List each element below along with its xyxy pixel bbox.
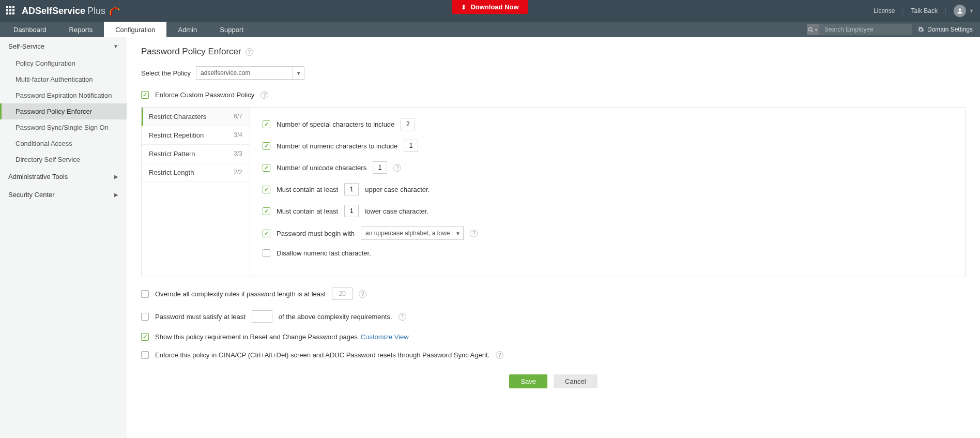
rule-label: Disallow numeric last character. <box>277 249 371 257</box>
sidebar-section-self-service[interactable]: Self-Service ▼ <box>0 37 127 55</box>
unicode-count-input[interactable] <box>373 161 387 174</box>
rule-tab-count: 6/7 <box>234 113 242 120</box>
satisfy-pre: Password must satisfy at least <box>155 313 246 321</box>
special-count-input[interactable] <box>401 118 415 130</box>
show-policy-label: Show this policy requirement in Reset an… <box>155 333 358 341</box>
sidebar-section-security-center[interactable]: Security Center ▶ <box>0 186 127 204</box>
license-link[interactable]: License <box>874 7 895 14</box>
override-row: Override all complexity rules if passwor… <box>141 288 966 300</box>
tab-dashboard[interactable]: Dashboard <box>2 22 58 37</box>
rule-tab-count: 3/3 <box>234 150 242 158</box>
begin-with-select[interactable]: an uppercase alphabet, a lowe ▼ <box>361 226 464 240</box>
chevron-right-icon: ▶ <box>114 192 118 198</box>
chevron-down-icon: ▼ <box>452 227 463 239</box>
help-icon[interactable]: ? <box>359 290 366 298</box>
rule-label: Password must begin with <box>277 230 355 237</box>
gina-row: Enforce this policy in GINA/CP (Ctrl+Alt… <box>141 351 966 359</box>
sidebar-item-directory-self-service[interactable]: Directory Self Service <box>0 152 127 168</box>
section-label: Security Center <box>8 191 55 199</box>
tab-reports[interactable]: Reports <box>58 22 104 37</box>
policy-select[interactable]: adselfservice.com ▼ <box>196 66 304 80</box>
sidebar-item-pwd-expiration[interactable]: Password Expiration Notification <box>0 87 127 103</box>
search-input[interactable] <box>819 26 912 33</box>
gina-label: Enforce this policy in GINA/CP (Ctrl+Alt… <box>155 351 489 359</box>
checkbox[interactable] <box>141 313 149 321</box>
sidebar-item-conditional-access[interactable]: Conditional Access <box>0 135 127 152</box>
divider: | <box>902 7 904 14</box>
sidebar-item-policy-config[interactable]: Policy Configuration <box>0 55 127 71</box>
help-icon[interactable]: ? <box>399 313 406 321</box>
cancel-button[interactable]: Cancel <box>554 374 597 388</box>
checkbox[interactable] <box>141 333 149 341</box>
rule-tab-count: 2/2 <box>234 169 242 176</box>
tab-admin[interactable]: Admin <box>166 22 208 37</box>
rule-tab-label: Restrict Length <box>149 169 194 176</box>
tab-configuration[interactable]: Configuration <box>104 22 166 37</box>
checkbox[interactable] <box>141 290 149 298</box>
save-button[interactable]: Save <box>509 374 547 388</box>
sidebar-item-mfa[interactable]: Multi-factor Authentication <box>0 71 127 87</box>
rule-post: lower case character. <box>365 207 428 215</box>
rule-special-chars: Number of special characters to include <box>263 118 953 130</box>
chevron-down-icon: ▼ <box>293 67 304 79</box>
tab-support[interactable]: Support <box>208 22 255 37</box>
checkbox[interactable] <box>263 186 270 193</box>
select-policy-label: Select the Policy <box>141 69 191 77</box>
satisfy-count-input[interactable] <box>252 310 272 323</box>
rule-tab-restrict-length[interactable]: Restrict Length 2/2 <box>142 163 250 182</box>
checkbox[interactable] <box>263 120 270 128</box>
checkbox[interactable] <box>263 207 270 215</box>
checkbox[interactable] <box>263 230 270 237</box>
checkbox[interactable] <box>263 249 270 257</box>
svg-point-0 <box>959 8 961 11</box>
satisfy-post: of the above complexity requirements. <box>279 313 392 321</box>
rule-begin-with: Password must begin with an uppercase al… <box>263 226 953 240</box>
page-title-row: Password Policy Enforcer ? <box>141 47 966 57</box>
checkbox[interactable] <box>263 164 270 172</box>
enforce-label: Enforce Custom Password Policy <box>155 91 254 99</box>
enforce-checkbox[interactable] <box>141 91 149 99</box>
avatar-icon <box>954 5 966 17</box>
logo-main: ADSelfService <box>22 6 85 17</box>
rule-lower-case: Must contain at least lower case charact… <box>263 205 953 217</box>
lower-count-input[interactable] <box>344 205 359 217</box>
sidebar: Self-Service ▼ Policy Configuration Mult… <box>0 37 127 438</box>
help-icon[interactable]: ? <box>393 164 401 172</box>
help-icon[interactable]: ? <box>261 91 268 99</box>
apps-grid-icon[interactable] <box>6 6 16 16</box>
numeric-count-input[interactable] <box>404 140 418 152</box>
help-icon[interactable]: ? <box>470 230 478 237</box>
talkback-link[interactable]: Talk Back <box>911 7 938 14</box>
page-title: Password Policy Enforcer <box>141 47 241 57</box>
rule-label: Number of numeric characters to include <box>277 142 397 150</box>
user-menu[interactable]: ▼ <box>954 5 974 17</box>
sidebar-item-pwd-policy-enforcer[interactable]: Password Policy Enforcer <box>0 103 127 119</box>
rule-pre: Must contain at least <box>277 186 338 193</box>
checkbox[interactable] <box>141 351 149 359</box>
logo-plus: Plus <box>87 6 105 17</box>
download-label: Download Now <box>470 3 518 11</box>
rule-tab-restrict-characters[interactable]: Restrict Characters 6/7 <box>142 108 250 126</box>
upper-count-input[interactable] <box>344 183 359 195</box>
customize-view-link[interactable]: Customize View <box>361 333 409 341</box>
rule-tab-label: Restrict Pattern <box>149 150 195 158</box>
svg-point-1 <box>809 27 812 31</box>
checkbox[interactable] <box>263 142 270 150</box>
section-label: Self-Service <box>8 42 44 50</box>
rule-tab-restrict-pattern[interactable]: Restrict Pattern 3/3 <box>142 145 250 163</box>
gear-icon <box>917 26 924 33</box>
rule-tab-restrict-repetition[interactable]: Restrict Repetition 3/4 <box>142 126 250 145</box>
topbar: ADSelfService Plus ⬇ Download Now Licens… <box>0 0 980 22</box>
sidebar-section-admin-tools[interactable]: Administrative Tools ▶ <box>0 168 127 186</box>
domain-settings-button[interactable]: Domain Settings <box>917 26 973 33</box>
override-length-input[interactable] <box>332 288 353 300</box>
help-icon[interactable]: ? <box>496 351 503 359</box>
download-button[interactable]: ⬇ Download Now <box>452 0 528 14</box>
sidebar-item-pwd-sync[interactable]: Password Sync/Single Sign On <box>0 119 127 135</box>
chevron-down-icon: ▼ <box>113 43 118 49</box>
rule-label: Number of unicode characters <box>277 164 366 172</box>
search-icon[interactable]: ▼ <box>807 24 819 35</box>
rules-tabs: Restrict Characters 6/7 Restrict Repetit… <box>142 108 250 277</box>
help-icon[interactable]: ? <box>246 48 253 56</box>
rule-disallow-numeric-last: Disallow numeric last character. <box>263 249 953 257</box>
